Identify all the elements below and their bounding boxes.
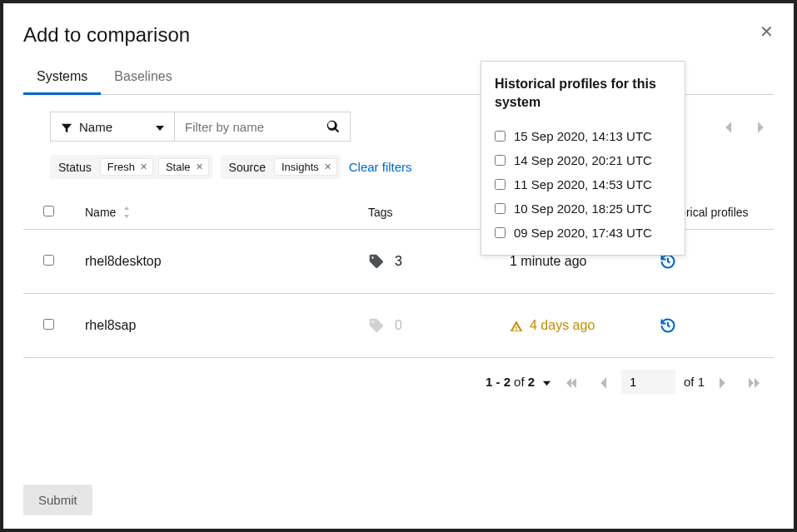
filter-name-input[interactable] [175,112,316,141]
row-checkbox[interactable] [43,319,54,330]
profile-option[interactable]: 14 Sep 2020, 20:21 UTC [495,148,671,172]
close-icon[interactable]: ✕ [760,23,774,40]
chip-group-source: Source Insights ✕ [221,155,341,179]
tab-baselines[interactable]: Baselines [101,61,185,95]
popover-title: Historical profiles for this system [495,75,671,112]
col-name-label[interactable]: Name [85,206,116,219]
table-row: rhel8sap 0 4 days ago [23,294,774,358]
chip-stale-label: Stale [166,161,191,173]
profile-date: 11 Sep 2020, 14:53 UTC [514,177,652,191]
profile-date: 14 Sep 2020, 20:21 UTC [514,153,652,167]
chip-group-source-label: Source [229,161,269,174]
profile-option[interactable]: 15 Sep 2020, 14:13 UTC [495,124,671,148]
next-page-top[interactable] [750,115,774,138]
filter-input-group [175,112,351,142]
prev-page-top[interactable] [715,115,740,138]
history-button[interactable] [660,317,676,331]
chip-insights: Insights ✕ [274,158,337,176]
history-icon [660,253,676,270]
tag-count: 3 [395,254,402,269]
profile-checkbox[interactable] [495,179,506,190]
prev-page-button[interactable] [592,370,613,394]
system-name[interactable]: rhel8desktop [85,254,368,269]
last-page-button[interactable] [742,370,767,394]
warning-icon [510,318,523,333]
caret-down-icon [156,120,164,134]
select-all-checkbox[interactable] [43,206,54,216]
profile-date: 09 Sep 2020, 17:43 UTC [514,226,652,240]
page-range[interactable]: 1 - 2 of 2 [486,375,550,389]
filter-attribute-label: Name [79,120,112,134]
row-checkbox[interactable] [43,255,54,266]
chip-stale: Stale ✕ [158,158,209,176]
system-name[interactable]: rhel8sap [85,318,368,333]
search-button[interactable] [316,112,350,141]
caret-down-icon [543,375,550,389]
profile-option[interactable]: 10 Sep 2020, 18:25 UTC [495,196,671,221]
bottom-pagination: 1 - 2 of 2 of 1 [23,358,774,400]
chip-group-status-label: Status [58,161,95,174]
filter-attribute-select[interactable]: Name [50,112,175,142]
page-total: of 1 [684,375,705,389]
profile-option[interactable]: 09 Sep 2020, 17:43 UTC [495,221,671,245]
last-seen: 1 minute ago [510,254,660,269]
chip-fresh: Fresh ✕ [100,158,153,176]
first-page-button[interactable] [559,370,584,394]
chip-insights-label: Insights [281,161,319,173]
filter-icon [61,119,72,133]
chip-insights-remove[interactable]: ✕ [324,162,331,172]
last-seen-warning: 4 days ago [510,318,660,333]
chip-group-status: Status Fresh ✕ Stale ✕ [50,155,212,179]
tag-count: 0 [395,318,402,333]
history-icon [660,317,676,334]
chip-stale-remove[interactable]: ✕ [196,162,203,172]
profile-checkbox[interactable] [495,227,506,238]
tag-icon [368,253,385,270]
profile-option[interactable]: 11 Sep 2020, 14:53 UTC [495,172,671,196]
last-seen-text: 4 days ago [530,318,595,333]
profile-checkbox[interactable] [495,155,506,166]
profile-date: 10 Sep 2020, 18:25 UTC [514,201,652,216]
top-pagination [715,115,774,138]
profile-checkbox[interactable] [495,131,506,142]
profile-checkbox[interactable] [495,203,506,214]
clear-filters-link[interactable]: Clear filters [349,160,412,174]
search-icon [326,120,340,133]
page-number-input[interactable] [621,370,675,394]
chip-fresh-remove[interactable]: ✕ [140,162,147,172]
sort-icon[interactable] [122,206,131,219]
modal-title: Add to comparison [23,23,190,47]
tab-systems[interactable]: Systems [23,61,101,95]
chip-fresh-label: Fresh [107,161,135,173]
next-page-button[interactable] [713,370,734,394]
history-button[interactable] [660,253,676,267]
modal-header: Add to comparison ✕ [23,23,774,47]
modal-footer: Submit [23,468,774,515]
profile-date: 15 Sep 2020, 14:13 UTC [514,129,652,143]
tag-icon [368,317,385,334]
submit-button[interactable]: Submit [23,485,92,515]
historical-profiles-popover: Historical profiles for this system 15 S… [481,61,685,256]
